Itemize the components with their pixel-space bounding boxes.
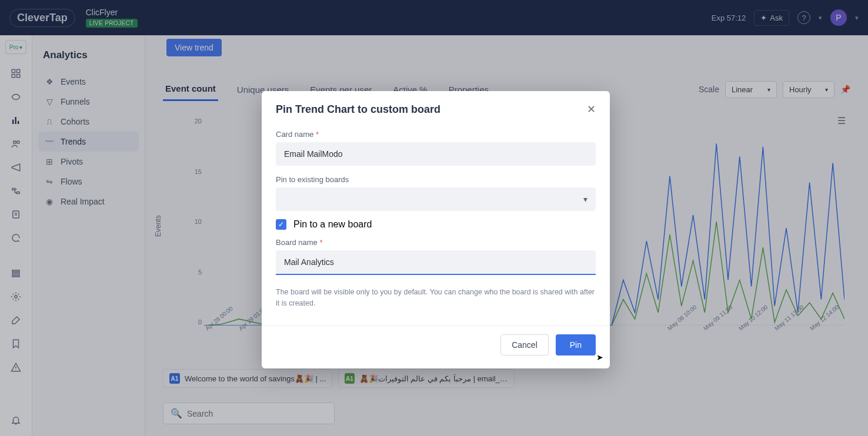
chevron-down-icon: ▾ bbox=[583, 194, 587, 204]
card-name-label: Card name * bbox=[276, 130, 596, 139]
pin-modal: Pin Trend Chart to custom board ✕ Card n… bbox=[262, 91, 610, 368]
modal-title: Pin Trend Chart to custom board bbox=[276, 103, 440, 116]
board-name-label: Board name * bbox=[276, 238, 596, 247]
existing-boards-label: Pin to existing boards bbox=[276, 175, 596, 184]
existing-boards-select[interactable]: ▾ bbox=[276, 187, 596, 211]
board-name-input[interactable] bbox=[276, 250, 596, 275]
new-board-checkbox-row[interactable]: ✓ Pin to a new board bbox=[276, 219, 596, 230]
board-help-text: The board will be visible only to you by… bbox=[276, 287, 596, 309]
close-icon[interactable]: ✕ bbox=[587, 103, 596, 116]
cancel-button[interactable]: Cancel bbox=[500, 334, 549, 355]
checkbox-checked-icon[interactable]: ✓ bbox=[276, 219, 286, 230]
card-name-input[interactable] bbox=[276, 142, 596, 166]
new-board-check-label: Pin to a new board bbox=[293, 219, 372, 230]
pin-button[interactable]: Pin bbox=[556, 334, 596, 355]
cursor-icon: ➤ bbox=[596, 353, 603, 362]
